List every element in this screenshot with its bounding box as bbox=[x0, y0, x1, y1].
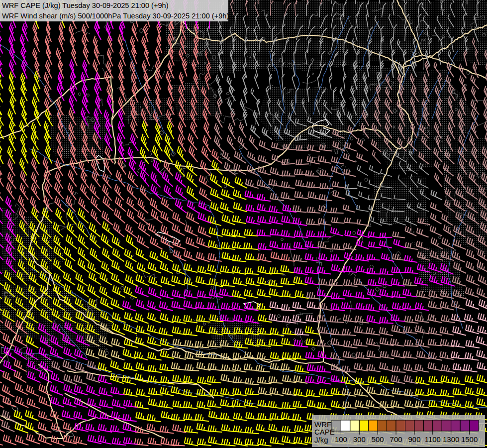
svg-text:700: 700 bbox=[390, 435, 402, 444]
svg-text:100: 100 bbox=[335, 435, 347, 444]
svg-text:300: 300 bbox=[353, 435, 366, 444]
svg-text:1300: 1300 bbox=[443, 435, 459, 444]
svg-text:J/kg: J/kg bbox=[314, 436, 328, 444]
svg-text:CAPE: CAPE bbox=[314, 428, 335, 436]
svg-text:1500: 1500 bbox=[461, 435, 478, 444]
svg-text:900: 900 bbox=[408, 435, 420, 444]
svg-text:WRF CAPE (J/kg) Tuesday 30-09-: WRF CAPE (J/kg) Tuesday 30-09-2025 21:00… bbox=[2, 1, 169, 9]
svg-text:500: 500 bbox=[372, 435, 384, 444]
svg-text:1100: 1100 bbox=[425, 435, 441, 444]
svg-text:WRF Wind shear (m/s) 500/1000h: WRF Wind shear (m/s) 500/1000hPa Tuesday… bbox=[2, 12, 229, 20]
